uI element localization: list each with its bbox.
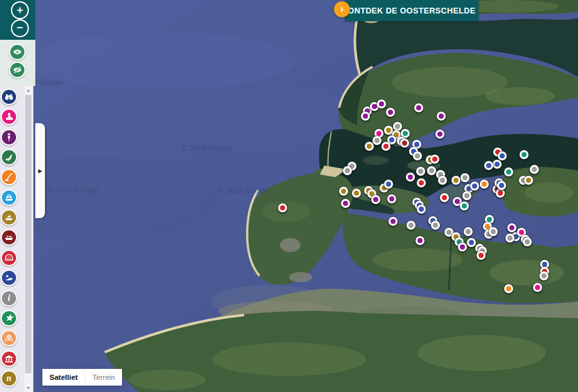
map-marker[interactable] bbox=[533, 283, 542, 292]
map-marker[interactable] bbox=[484, 161, 493, 170]
legend-item-bird[interactable] bbox=[1, 149, 17, 166]
map-marker[interactable] bbox=[343, 166, 352, 175]
legend-item-hiking-boot[interactable] bbox=[1, 108, 17, 125]
map-marker[interactable] bbox=[440, 193, 449, 202]
oosterschelde-map-app: © 2018 Google© 2018 Google© 2018 Google©… bbox=[0, 0, 578, 392]
star-icon: ★ bbox=[5, 314, 13, 323]
map-marker[interactable] bbox=[524, 176, 533, 185]
map-marker[interactable] bbox=[417, 205, 426, 214]
map-marker[interactable] bbox=[464, 227, 473, 236]
banner-chevron-icon[interactable]: › bbox=[334, 1, 350, 17]
map-marker[interactable] bbox=[406, 173, 415, 182]
banner-title: ONTDEK DE OOSTERSCHELDE bbox=[348, 6, 476, 15]
legend-item-star[interactable]: ★ bbox=[1, 310, 17, 327]
map-marker[interactable] bbox=[407, 221, 416, 230]
legend-scrollbar[interactable]: ▲ ▼ bbox=[24, 86, 32, 392]
map-type-satelliet[interactable]: Satelliet bbox=[42, 369, 85, 386]
map-marker[interactable] bbox=[520, 150, 529, 159]
map-marker[interactable] bbox=[477, 251, 486, 260]
map-marker[interactable] bbox=[470, 182, 479, 191]
map-marker[interactable] bbox=[278, 203, 287, 212]
map-marker[interactable] bbox=[414, 103, 423, 112]
scrollbar-thumb[interactable] bbox=[25, 95, 31, 373]
map-marker[interactable] bbox=[386, 108, 395, 117]
map-marker[interactable] bbox=[361, 112, 370, 121]
legend-item-barrier[interactable] bbox=[1, 250, 17, 266]
legend-item-motorboat[interactable] bbox=[1, 209, 17, 226]
map-marker[interactable] bbox=[393, 122, 402, 131]
legend-item-sailboat[interactable] bbox=[1, 189, 17, 206]
map-marker[interactable] bbox=[489, 227, 498, 236]
map-marker[interactable] bbox=[377, 99, 386, 108]
map-marker[interactable] bbox=[523, 237, 532, 246]
map-marker[interactable] bbox=[451, 176, 460, 185]
person-icon bbox=[4, 132, 14, 142]
map-marker[interactable] bbox=[530, 165, 539, 174]
map-marker[interactable] bbox=[462, 191, 471, 200]
legend-item-n-logo[interactable]: n bbox=[1, 370, 17, 387]
map-marker[interactable] bbox=[498, 151, 507, 160]
show-all-eye-button[interactable] bbox=[9, 44, 26, 60]
map-marker[interactable] bbox=[430, 155, 439, 164]
map-marker[interactable] bbox=[389, 217, 398, 226]
expand-arrow-icon: ▶ bbox=[38, 168, 42, 174]
map-marker[interactable] bbox=[371, 195, 380, 204]
map-marker[interactable] bbox=[435, 130, 444, 139]
map-marker[interactable] bbox=[504, 284, 513, 293]
map-marker[interactable] bbox=[413, 151, 422, 160]
map-marker[interactable] bbox=[496, 189, 505, 198]
legend-item-binoculars[interactable] bbox=[1, 89, 17, 105]
map-marker[interactable] bbox=[497, 181, 506, 190]
map-marker[interactable] bbox=[539, 271, 548, 280]
map-marker[interactable] bbox=[417, 178, 426, 187]
map-markers-layer bbox=[0, 0, 578, 392]
banner[interactable]: › ONTDEK DE OOSTERSCHELDE bbox=[345, 0, 478, 21]
map-marker[interactable] bbox=[339, 187, 348, 196]
map-marker[interactable] bbox=[431, 221, 440, 230]
map-marker[interactable] bbox=[416, 236, 425, 245]
map-marker[interactable] bbox=[352, 189, 361, 198]
map-type-terrein[interactable]: Terrein bbox=[85, 369, 122, 386]
legend-item-diver[interactable] bbox=[1, 269, 17, 286]
barrier-icon bbox=[4, 253, 14, 263]
map-marker[interactable] bbox=[460, 201, 469, 210]
zoom-in-button[interactable]: + bbox=[11, 1, 29, 19]
map-marker[interactable] bbox=[438, 176, 447, 185]
map-marker[interactable] bbox=[384, 180, 393, 189]
map-marker[interactable] bbox=[458, 243, 467, 251]
map-canvas[interactable]: © 2018 Google© 2018 Google© 2018 Google©… bbox=[0, 0, 578, 392]
map-marker[interactable] bbox=[372, 136, 381, 145]
panel-expand-handle[interactable]: ▶ bbox=[35, 123, 45, 218]
map-marker[interactable] bbox=[460, 173, 469, 182]
legend-item-person[interactable] bbox=[1, 129, 17, 146]
map-marker[interactable] bbox=[507, 223, 516, 232]
legend-item-playground[interactable] bbox=[1, 330, 17, 346]
map-marker[interactable] bbox=[427, 166, 436, 175]
hiking-boot-icon bbox=[4, 112, 14, 122]
map-marker[interactable] bbox=[493, 160, 502, 169]
map-marker[interactable] bbox=[381, 142, 390, 151]
legend-item-sloop[interactable] bbox=[1, 229, 17, 246]
map-marker[interactable] bbox=[400, 139, 409, 148]
map-marker[interactable] bbox=[341, 199, 350, 208]
map-marker[interactable] bbox=[505, 234, 514, 243]
legend-sidebar: i★n ▲ ▼ bbox=[0, 86, 33, 392]
scroll-up-arrow[interactable]: ▲ bbox=[24, 86, 32, 94]
map-marker[interactable] bbox=[437, 112, 446, 121]
scroll-down-arrow[interactable]: ▼ bbox=[24, 384, 32, 392]
legend-item-info[interactable]: i bbox=[1, 290, 17, 307]
map-marker[interactable] bbox=[387, 194, 396, 203]
diver-icon bbox=[4, 273, 14, 283]
legend-item-museum[interactable] bbox=[1, 350, 17, 367]
map-marker[interactable] bbox=[416, 167, 425, 176]
map-marker[interactable] bbox=[365, 142, 374, 151]
hide-all-eye-off-button[interactable] bbox=[9, 62, 26, 78]
map-marker[interactable] bbox=[467, 238, 476, 247]
zoom-out-button[interactable]: − bbox=[11, 19, 29, 37]
map-marker[interactable] bbox=[480, 180, 489, 189]
map-marker[interactable] bbox=[504, 167, 513, 176]
legend-item-metal-detector[interactable] bbox=[1, 169, 17, 185]
info-icon: i bbox=[8, 294, 10, 303]
zoom-controls: + − bbox=[0, 0, 35, 40]
eye-off-icon bbox=[12, 65, 22, 75]
